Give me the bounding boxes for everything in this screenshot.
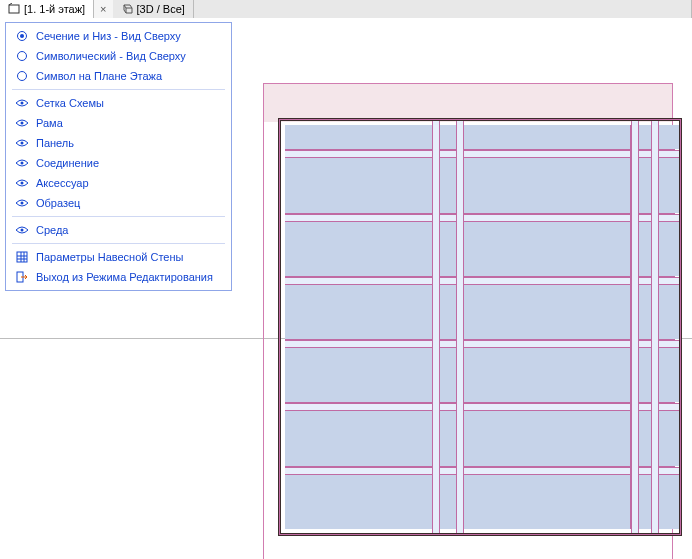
- menu-toggle-pattern[interactable]: Образец: [6, 193, 231, 213]
- menu-view-section-bottom[interactable]: Сечение и Низ - Вид Сверху: [6, 26, 231, 46]
- eye-icon: [14, 156, 30, 170]
- menu-label: Сечение и Низ - Вид Сверху: [36, 28, 181, 44]
- tab-label: [3D / Все]: [137, 3, 185, 15]
- menu-separator: [12, 243, 225, 244]
- radio-on-icon: [14, 29, 30, 43]
- menu-separator: [12, 216, 225, 217]
- tab-3d-all[interactable]: [3D / Все]: [113, 0, 194, 18]
- menu-separator: [12, 89, 225, 90]
- menu-view-plan-symbol[interactable]: Символ на Плане Этажа: [6, 66, 231, 86]
- svg-point-17: [21, 229, 24, 232]
- menu-label: Соединение: [36, 155, 99, 171]
- plan-icon: [8, 3, 20, 15]
- cube-icon: [121, 3, 133, 15]
- svg-point-8: [20, 34, 24, 38]
- svg-rect-18: [17, 252, 27, 262]
- svg-point-13: [21, 142, 24, 145]
- tab-strip: [1. 1-й этаж] × [3D / Все]: [0, 0, 692, 19]
- menu-label: Панель: [36, 135, 74, 151]
- grid-icon: [14, 250, 30, 264]
- svg-point-16: [21, 202, 24, 205]
- menu-label: Аксессуар: [36, 175, 89, 191]
- menu-exit-edit-mode[interactable]: Выход из Режима Редактирования: [6, 267, 231, 287]
- menu-toggle-environment[interactable]: Среда: [6, 220, 231, 240]
- eye-icon: [14, 116, 30, 130]
- menu-label: Символ на Плане Этажа: [36, 68, 162, 84]
- curtain-wall-grid: [285, 125, 675, 529]
- close-icon: ×: [100, 3, 106, 15]
- svg-point-10: [18, 72, 27, 81]
- svg-point-9: [18, 52, 27, 61]
- curtain-wall-frame[interactable]: [278, 118, 682, 536]
- menu-toggle-frame[interactable]: Рама: [6, 113, 231, 133]
- radio-off-icon: [14, 49, 30, 63]
- menu-label: Параметры Навесной Стены: [36, 249, 183, 265]
- eye-icon: [14, 176, 30, 190]
- svg-rect-0: [9, 5, 19, 13]
- radio-off-icon: [14, 69, 30, 83]
- svg-point-14: [21, 162, 24, 165]
- tab-label: [1. 1-й этаж]: [24, 3, 85, 15]
- curtain-wall-context-menu: Сечение и Низ - Вид Сверху Символический…: [5, 22, 232, 291]
- exit-icon: [14, 270, 30, 284]
- menu-label: Среда: [36, 222, 68, 238]
- tab-floor-1[interactable]: [1. 1-й этаж]: [0, 0, 94, 18]
- menu-toggle-accessory[interactable]: Аксессуар: [6, 173, 231, 193]
- eye-icon: [14, 196, 30, 210]
- menu-curtain-wall-settings[interactable]: Параметры Навесной Стены: [6, 247, 231, 267]
- menu-label: Сетка Схемы: [36, 95, 104, 111]
- eye-icon: [14, 136, 30, 150]
- menu-label: Символический - Вид Сверху: [36, 48, 186, 64]
- svg-point-12: [21, 122, 24, 125]
- menu-label: Выход из Режима Редактирования: [36, 269, 213, 285]
- svg-point-11: [21, 102, 24, 105]
- menu-label: Рама: [36, 115, 63, 131]
- eye-icon: [14, 223, 30, 237]
- menu-toggle-junction[interactable]: Соединение: [6, 153, 231, 173]
- tab-filler: [194, 0, 692, 18]
- menu-label: Образец: [36, 195, 80, 211]
- menu-toggle-panel[interactable]: Панель: [6, 133, 231, 153]
- svg-point-15: [21, 182, 24, 185]
- menu-toggle-scheme-grid[interactable]: Сетка Схемы: [6, 93, 231, 113]
- menu-view-symbolic[interactable]: Символический - Вид Сверху: [6, 46, 231, 66]
- tab-close-button[interactable]: ×: [94, 3, 112, 15]
- eye-icon: [14, 96, 30, 110]
